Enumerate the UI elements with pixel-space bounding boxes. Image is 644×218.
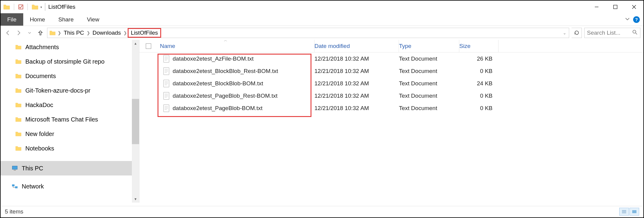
- column-headers: Name ︿ Date modified Type Size: [139, 40, 643, 52]
- tab-home[interactable]: Home: [23, 13, 52, 26]
- ribbon-collapse-icon[interactable]: [625, 16, 630, 23]
- search-placeholder: Search List...: [587, 30, 620, 36]
- separator: [45, 3, 45, 11]
- address-dropdown-icon[interactable]: ⌄: [562, 30, 567, 35]
- main-area: AttachmentsBackup of storsimple Git repo…: [1, 40, 643, 203]
- navpane-folder[interactable]: Microsoft Teams Chat Files: [1, 112, 139, 127]
- icons-view-button[interactable]: [630, 208, 639, 216]
- navpane-label: New folder: [25, 131, 54, 137]
- separator: [14, 4, 14, 10]
- history-dropdown-icon[interactable]: [25, 29, 34, 37]
- breadcrumb-downloads[interactable]: Downloads: [91, 30, 123, 36]
- quick-access-toolbar: ▾: [3, 3, 42, 11]
- minimize-button[interactable]: [587, 1, 606, 13]
- scrollbar-thumb[interactable]: [132, 99, 139, 144]
- details-view-button[interactable]: [619, 208, 629, 216]
- file-row[interactable]: databoxe2etest_PageBlob-BOM.txt12/21/201…: [139, 102, 643, 114]
- close-button[interactable]: [625, 1, 643, 13]
- properties-icon[interactable]: [18, 4, 24, 10]
- navpane-label: HackaDoc: [25, 102, 53, 109]
- file-name: databoxe2etest_PageBlob_Rest-BOM.txt: [173, 93, 277, 99]
- column-label: Name: [160, 43, 175, 49]
- help-button[interactable]: ?: [633, 16, 640, 23]
- file-name: databoxe2etest_PageBlob-BOM.txt: [173, 105, 263, 112]
- folder-icon: [15, 44, 22, 50]
- column-type[interactable]: Type: [399, 40, 459, 52]
- navpane-folder[interactable]: Git-Token-azure-docs-pr: [1, 83, 139, 98]
- navpane-label: Microsoft Teams Chat Files: [25, 116, 98, 123]
- up-button[interactable]: [36, 29, 45, 37]
- view-buttons: [619, 208, 639, 216]
- folder-icon: [3, 3, 10, 11]
- file-size: 0 KB: [459, 68, 499, 74]
- file-size: 0 KB: [459, 93, 499, 99]
- folder-icon: [31, 3, 39, 11]
- file-type: Text Document: [399, 105, 459, 112]
- back-button[interactable]: [4, 29, 12, 37]
- forward-button[interactable]: [14, 29, 23, 37]
- scroll-up-icon[interactable]: ▲: [132, 40, 139, 47]
- column-date[interactable]: Date modified: [314, 40, 399, 52]
- qat-dropdown-icon[interactable]: ▾: [40, 5, 42, 9]
- folder-icon: [15, 131, 22, 137]
- chevron-right-icon[interactable]: ❯: [57, 30, 62, 35]
- select-all-checkbox[interactable]: [139, 43, 158, 49]
- folder-icon: [15, 87, 22, 94]
- folder-icon: [15, 116, 22, 123]
- navpane-network[interactable]: Network: [1, 179, 139, 194]
- svg-line-15: [636, 33, 637, 34]
- file-size: 26 KB: [459, 55, 499, 62]
- navpane-folder[interactable]: Attachments: [1, 40, 139, 54]
- breadcrumb-this-pc[interactable]: This PC: [62, 30, 86, 36]
- title-bar: ▾ ListOfFiles: [1, 1, 643, 13]
- file-date: 12/21/2018 10:32 AM: [314, 93, 399, 99]
- text-file-icon: [163, 104, 170, 112]
- text-file-icon: [163, 67, 170, 75]
- file-row[interactable]: databoxe2etest_BlockBlob-BOM.txt12/21/20…: [139, 77, 643, 90]
- folder-icon: [15, 73, 22, 79]
- svg-rect-11: [614, 5, 617, 9]
- file-type: Text Document: [399, 68, 459, 74]
- file-size: 24 KB: [459, 80, 499, 87]
- column-name[interactable]: Name ︿: [158, 40, 314, 52]
- file-row[interactable]: databoxe2etest_BlockBlob_Rest-BOM.txt12/…: [139, 65, 643, 77]
- search-input[interactable]: Search List...: [584, 28, 640, 38]
- file-date: 12/21/2018 10:32 AM: [314, 68, 399, 74]
- file-row[interactable]: databoxe2etest_AzFile-BOM.txt12/21/2018 …: [139, 52, 643, 65]
- breadcrumb-listoffiles[interactable]: ListOfFiles: [128, 28, 161, 38]
- tab-share[interactable]: Share: [52, 13, 80, 26]
- file-name: databoxe2etest_AzFile-BOM.txt: [173, 55, 253, 62]
- file-row[interactable]: databoxe2etest_PageBlob_Rest-BOM.txt12/2…: [139, 90, 643, 102]
- search-icon: [632, 30, 638, 36]
- chevron-right-icon[interactable]: ❯: [123, 30, 128, 35]
- navpane-folder[interactable]: Backup of storsimple Git repo: [1, 54, 139, 69]
- file-type: Text Document: [399, 55, 459, 62]
- navpane-folder[interactable]: Documents: [1, 69, 139, 83]
- status-bar: 5 items: [1, 206, 643, 217]
- folder-icon: [15, 145, 22, 152]
- scroll-down-icon[interactable]: ▼: [132, 195, 139, 203]
- window-title: ListOfFiles: [48, 4, 75, 10]
- file-date: 12/21/2018 10:32 AM: [314, 105, 399, 112]
- refresh-button[interactable]: [572, 28, 582, 38]
- file-tab[interactable]: File: [1, 13, 23, 26]
- navpane-label: Attachments: [25, 44, 59, 51]
- network-icon: [11, 183, 18, 190]
- column-size[interactable]: Size: [459, 40, 499, 52]
- navpane-folder[interactable]: New folder: [1, 127, 139, 141]
- svg-rect-19: [632, 210, 636, 213]
- pc-icon: [11, 165, 18, 172]
- chevron-right-icon[interactable]: ❯: [86, 30, 91, 35]
- navpane-this-pc[interactable]: This PC: [1, 161, 139, 175]
- file-type: Text Document: [399, 80, 459, 87]
- svg-point-14: [633, 30, 636, 33]
- navpane-label: Git-Token-azure-docs-pr: [25, 87, 91, 94]
- navpane-folder[interactable]: Notebooks: [1, 141, 139, 156]
- navpane-label: Documents: [25, 73, 56, 80]
- navpane-folder[interactable]: HackaDoc: [1, 98, 139, 112]
- navpane-label: Backup of storsimple Git repo: [25, 58, 104, 65]
- folder-icon: [15, 58, 22, 65]
- maximize-button[interactable]: [606, 1, 625, 13]
- tab-view[interactable]: View: [80, 13, 106, 26]
- address-bar[interactable]: ❯ This PC ❯ Downloads ❯ ListOfFiles ⌄: [47, 28, 569, 38]
